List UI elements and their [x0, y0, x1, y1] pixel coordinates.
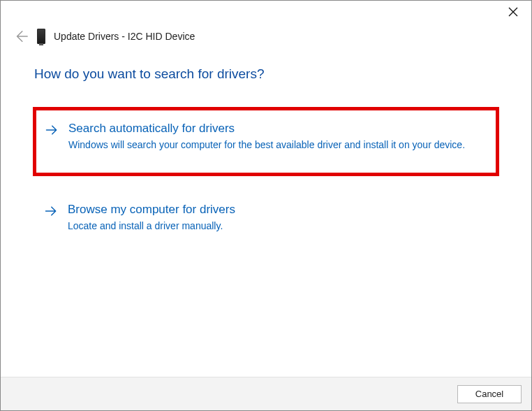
option-body: Search automatically for drivers Windows… — [68, 122, 483, 152]
header-row: Update Drivers - I2C HID Device — [1, 29, 531, 52]
option-search-automatically[interactable]: Search automatically for drivers Windows… — [34, 108, 498, 175]
page-heading: How do you want to search for drivers? — [34, 66, 498, 82]
titlebar — [1, 1, 531, 24]
window-title: Update Drivers - I2C HID Device — [54, 31, 195, 42]
arrow-right-icon — [45, 122, 59, 152]
option-description: Locate and install a driver manually. — [68, 219, 484, 233]
footer: Cancel — [1, 377, 531, 410]
arrow-right-icon — [44, 203, 58, 233]
option-body: Browse my computer for drivers Locate an… — [68, 203, 484, 233]
cancel-button[interactable]: Cancel — [457, 385, 522, 403]
option-title: Search automatically for drivers — [68, 122, 483, 136]
back-arrow-icon[interactable] — [13, 29, 29, 44]
device-icon — [37, 29, 45, 44]
close-icon[interactable] — [508, 6, 520, 19]
content-area: How do you want to search for drivers? S… — [1, 52, 531, 236]
option-browse-computer[interactable]: Browse my computer for drivers Locate an… — [34, 200, 498, 236]
option-title: Browse my computer for drivers — [68, 203, 484, 217]
option-description: Windows will search your computer for th… — [68, 138, 483, 152]
